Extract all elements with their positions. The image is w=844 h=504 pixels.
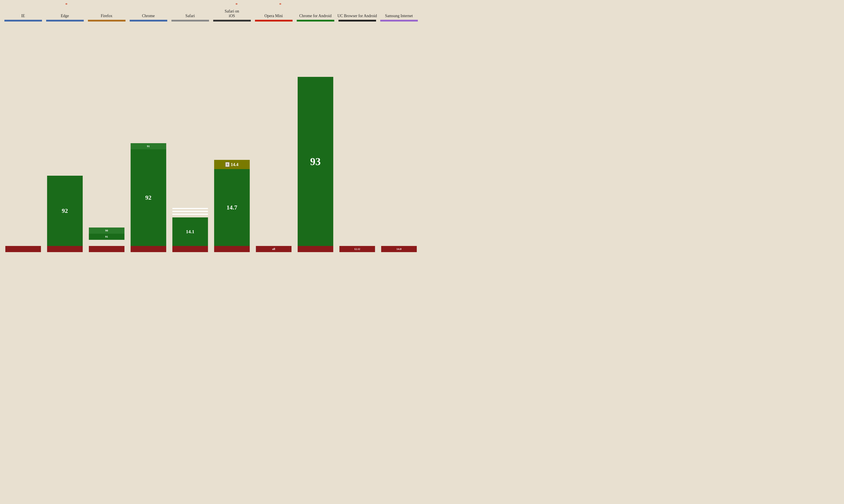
col-body-ie (2, 21, 44, 252)
col-safari-ios: Safari oniOS * 5 14.4 14.7 (211, 0, 253, 252)
col-label-samsung: Samsung Internet (385, 14, 413, 18)
bar-green-firefox-91: 91 (89, 234, 124, 240)
col-opera-mini: Opera Mini * all (253, 0, 294, 252)
bar-red-edge (47, 246, 83, 252)
color-bar-chrome (130, 20, 167, 21)
col-label-firefox: Firefox (101, 14, 113, 18)
col-body-firefox: 90 91 (86, 21, 127, 252)
bar-label-safari: 14.1 (186, 229, 194, 235)
col-header-opera-mini: Opera Mini * (263, 0, 283, 20)
bar-green-firefox-90: 90 (89, 228, 124, 234)
col-body-chrome: 91 92 (127, 21, 169, 252)
bar-green-safari: 14.1 (172, 217, 208, 246)
bar-label-safari-ios-147: 14.7 (227, 204, 237, 211)
col-safari: Safari 14.1 (169, 0, 211, 252)
bar-red-ie (5, 246, 41, 252)
color-bar-safari-ios (213, 20, 251, 21)
bar-red-safari-ios (214, 246, 250, 252)
col-body-opera-mini: all (253, 21, 294, 252)
col-edge: Edge * 92 (44, 0, 86, 252)
col-header-firefox: Firefox (100, 0, 114, 20)
bar-label-opera-mini: all (272, 247, 275, 251)
safari-ios-5-badge: 5 (225, 162, 229, 167)
color-bar-firefox (88, 20, 125, 21)
bar-red-firefox (89, 246, 124, 252)
col-uc-browser: UC Browser for Android 12.12 (336, 0, 378, 252)
bar-red-samsung: 14.0 (381, 246, 417, 252)
bar-green-chrome-91: 91 (131, 143, 166, 149)
col-label-safari: Safari (186, 14, 195, 18)
col-chrome: Chrome 91 92 (127, 0, 169, 252)
col-ie: IE (2, 0, 44, 252)
col-header-uc-browser: UC Browser for Android (337, 0, 378, 20)
bar-label-safari-ios-144: 14.4 (231, 162, 239, 167)
col-body-safari-ios: 5 14.4 14.7 (211, 21, 253, 252)
bar-yellow-safari-ios: 5 14.4 (214, 160, 250, 169)
col-label-safari-ios: Safari oniOS (225, 9, 239, 18)
col-label-edge: Edge (61, 14, 69, 18)
color-bar-uc-browser (339, 20, 376, 21)
safari-line-2 (172, 211, 208, 212)
col-label-opera-mini: Opera Mini (264, 14, 283, 18)
asterisk-opera-mini: * (279, 2, 281, 7)
col-label-ie: IE (21, 14, 25, 18)
bar-green-safari-ios: 14.7 (214, 169, 250, 246)
chart-container: IE Edge * 92 (0, 0, 422, 252)
bar-red-chrome (131, 246, 166, 252)
bar-label-chrome-91: 91 (147, 144, 150, 148)
col-samsung: Samsung Internet 14.0 (378, 0, 420, 252)
col-label-chrome: Chrome (142, 14, 155, 18)
bar-label-chrome-android: 93 (310, 156, 321, 167)
col-chrome-android: Chrome for Android 93 (294, 0, 336, 252)
col-body-uc-browser: 12.12 (336, 21, 378, 252)
col-header-safari: Safari (185, 0, 196, 20)
col-header-samsung: Samsung Internet (384, 0, 414, 20)
color-bar-safari (171, 20, 209, 21)
col-label-uc-browser: UC Browser for Android (338, 14, 377, 18)
safari-dividers (172, 208, 208, 215)
col-body-edge: 92 (44, 21, 86, 252)
bar-label-edge: 92 (62, 207, 68, 214)
bar-label-uc-browser: 12.12 (354, 248, 360, 251)
safari-line-1 (172, 208, 208, 209)
col-header-edge: Edge * (60, 0, 70, 20)
col-body-samsung: 14.0 (378, 21, 420, 252)
color-bar-edge (46, 20, 84, 21)
col-header-chrome-android: Chrome for Android (298, 0, 332, 20)
color-bar-chrome-android (297, 20, 334, 21)
bar-red-safari (172, 246, 208, 252)
col-body-safari: 14.1 (169, 21, 211, 252)
safari-line-3 (172, 214, 208, 215)
bar-red-chrome-android (298, 246, 333, 252)
bar-label-chrome-92: 92 (145, 194, 152, 201)
bar-red-uc-browser: 12.12 (339, 246, 375, 252)
bar-red-opera-mini: all (256, 246, 291, 252)
bar-green-edge: 92 (47, 176, 83, 246)
asterisk-edge: * (65, 2, 68, 7)
bar-label-samsung: 14.0 (396, 247, 401, 251)
col-body-chrome-android: 93 (294, 21, 336, 252)
color-bar-opera-mini (255, 20, 293, 21)
bar-label-firefox-90: 90 (105, 229, 108, 232)
columns-wrapper: IE Edge * 92 (2, 0, 420, 252)
bar-green-chrome-92: 92 (131, 149, 166, 246)
bar-green-chrome-android: 93 (298, 77, 333, 246)
color-bar-ie (4, 20, 42, 21)
color-bar-samsung (380, 20, 418, 21)
col-firefox: Firefox 90 91 (86, 0, 127, 252)
col-label-chrome-android: Chrome for Android (299, 14, 332, 18)
col-header-chrome: Chrome (141, 0, 156, 20)
asterisk-safari-ios: * (236, 2, 238, 7)
col-header-ie: IE (20, 0, 26, 20)
col-header-safari-ios: Safari oniOS * (224, 0, 240, 20)
bar-label-firefox-91: 91 (105, 235, 108, 238)
